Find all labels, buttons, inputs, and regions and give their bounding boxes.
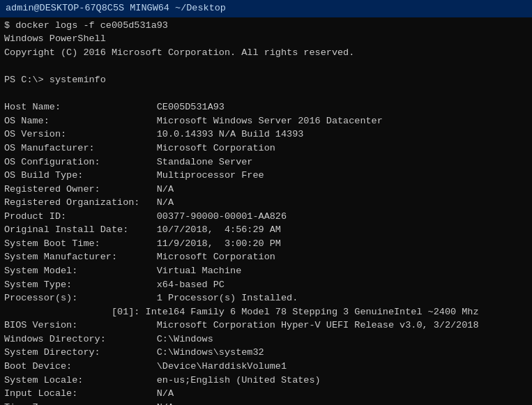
terminal-line: System Boot Time: 11/9/2018, 3:00:20 PM [4, 237, 528, 251]
terminal-line: System Locale: en-us;English (United Sta… [4, 374, 528, 388]
terminal-line: Time Zone: N/A [4, 401, 528, 405]
terminal-line: [01]: Intel64 Family 6 Model 78 Stepping… [4, 305, 528, 319]
terminal-line: Windows Directory: C:\Windows [4, 333, 528, 346]
terminal-line: Boot Device: \Device\HarddiskVolume1 [4, 360, 528, 374]
terminal-line [4, 87, 528, 101]
terminal-line: Processor(s): 1 Processor(s) Installed. [4, 291, 528, 305]
terminal-line: OS Build Type: Multiprocessor Free [4, 169, 528, 183]
terminal-window[interactable]: admin@DESKTOP-67Q8C5S MINGW64 ~/Desktop … [0, 0, 532, 405]
terminal-line: Host Name: CE005D531A93 [4, 100, 528, 114]
terminal-line: Windows PowerShell [4, 32, 528, 46]
terminal-line: OS Configuration: Standalone Server [4, 155, 528, 169]
terminal-line: System Model: Virtual Machine [4, 264, 528, 278]
terminal-content: $ docker logs -f ce005d531a93Windows Pow… [0, 17, 532, 405]
terminal-line: BIOS Version: Microsoft Corporation Hype… [4, 319, 528, 333]
terminal-line: $ docker logs -f ce005d531a93 [4, 19, 528, 33]
terminal-line: PS C:\> systeminfo [4, 73, 528, 87]
terminal-line: Registered Organization: N/A [4, 196, 528, 210]
terminal-line: Registered Owner: N/A [4, 183, 528, 197]
terminal-line: Input Locale: N/A [4, 387, 528, 401]
terminal-line: OS Version: 10.0.14393 N/A Build 14393 [4, 128, 528, 142]
terminal-line: Product ID: 00377-90000-00001-AA826 [4, 210, 528, 224]
terminal-line: Original Install Date: 10/7/2018, 4:56:2… [4, 223, 528, 237]
title-text: admin@DESKTOP-67Q8C5S MINGW64 ~/Desktop [6, 3, 226, 13]
terminal-line: System Directory: C:\Windows\system32 [4, 346, 528, 360]
title-bar: admin@DESKTOP-67Q8C5S MINGW64 ~/Desktop [0, 0, 532, 17]
terminal-line: System Manufacturer: Microsoft Corporati… [4, 250, 528, 264]
terminal-line: Copyright (C) 2016 Microsoft Corporation… [4, 46, 528, 60]
terminal-line: OS Name: Microsoft Windows Server 2016 D… [4, 114, 528, 128]
terminal-line [4, 60, 528, 74]
terminal-line: System Type: x64-based PC [4, 278, 528, 292]
terminal-line: OS Manufacturer: Microsoft Corporation [4, 142, 528, 155]
